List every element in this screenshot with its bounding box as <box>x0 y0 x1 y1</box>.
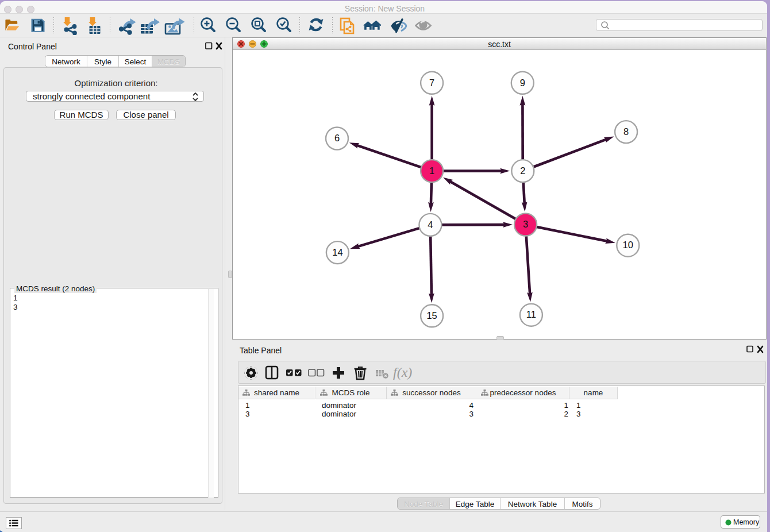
svg-text:8: 8 <box>623 126 629 137</box>
svg-text:15: 15 <box>426 310 437 321</box>
svg-text:11: 11 <box>526 309 536 319</box>
svg-text:10: 10 <box>623 240 633 250</box>
svg-text:3: 3 <box>523 219 528 229</box>
svg-text:f(x): f(x) <box>393 365 412 380</box>
svg-text:2: 2 <box>520 165 525 176</box>
svg-text:1: 1 <box>429 165 434 176</box>
svg-text:14: 14 <box>332 247 342 257</box>
svg-text:9: 9 <box>520 78 525 88</box>
svg-text:4: 4 <box>428 219 433 230</box>
svg-text:7: 7 <box>429 78 434 88</box>
svg-text:6: 6 <box>334 133 340 143</box>
